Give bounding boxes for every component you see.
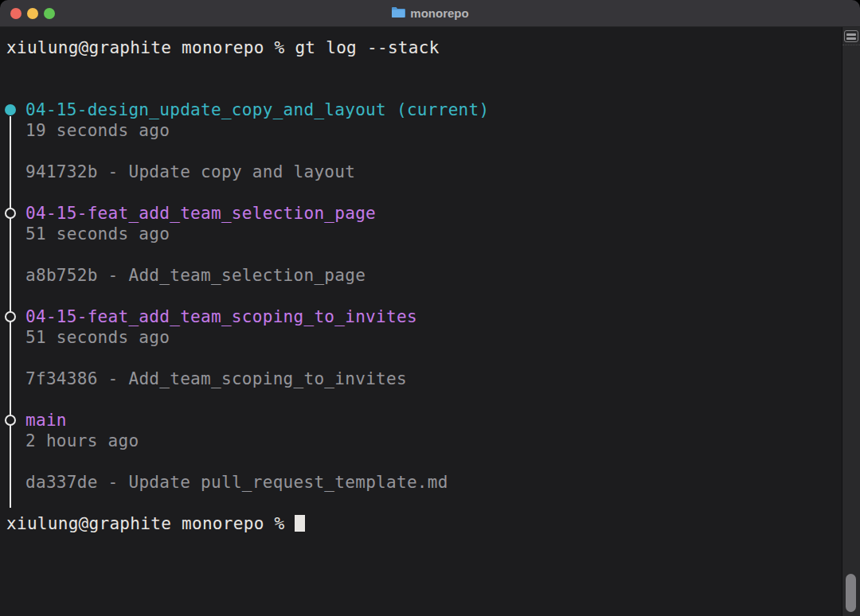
blank-line bbox=[0, 244, 860, 265]
branch-name: 04-15-design_update_copy_and_layout bbox=[25, 100, 386, 119]
zoom-button[interactable] bbox=[44, 8, 55, 19]
commit-marker-hollow-icon bbox=[5, 208, 16, 219]
window-title: monorepo bbox=[410, 6, 468, 20]
shell-command: gt log --stack bbox=[295, 38, 439, 57]
commit-message: Update copy and layout bbox=[128, 162, 355, 181]
commit-marker-hollow-icon bbox=[5, 311, 16, 322]
blank-line bbox=[0, 79, 860, 99]
terminal[interactable]: xiulung@graphite monorepo % gt log --sta… bbox=[0, 27, 860, 616]
branch-line: 04-15-feat_add_team_scoping_to_invites bbox=[0, 306, 860, 327]
scrollbar-thumb[interactable] bbox=[846, 574, 856, 612]
branch-line: main bbox=[0, 410, 860, 431]
footer-prompt-line: xiulung@graphite monorepo % bbox=[0, 513, 860, 534]
commit-line: da337de - Update pull_request_template.m… bbox=[0, 472, 860, 493]
commit-marker-hollow-icon bbox=[5, 415, 16, 426]
commit-line: a8b752b - Add_team_selection_page bbox=[0, 265, 860, 286]
commit-hash: da337de bbox=[25, 473, 98, 492]
branch-age: 51 seconds ago bbox=[0, 327, 860, 348]
blank-line bbox=[0, 141, 860, 162]
split-pane-icon-bar bbox=[846, 37, 856, 40]
blank-line bbox=[0, 58, 860, 79]
commit-line: 7f34386 - Add_team_scoping_to_invites bbox=[0, 368, 860, 389]
commit-message: Add_team_scoping_to_invites bbox=[128, 369, 406, 388]
branch-age: 51 seconds ago bbox=[0, 224, 860, 244]
branch-age: 19 seconds ago bbox=[0, 120, 860, 141]
commit-separator: - bbox=[98, 473, 129, 492]
commit-message: Add_team_selection_page bbox=[128, 266, 366, 285]
commit-marker-filled-icon bbox=[5, 104, 16, 115]
folder-icon bbox=[391, 6, 405, 21]
blank-line bbox=[0, 286, 860, 306]
terminal-window: monorepo xiulung@graphite monorepo % gt … bbox=[0, 0, 860, 616]
commit-message: Update pull_request_template.md bbox=[128, 473, 448, 492]
close-button[interactable] bbox=[10, 8, 22, 19]
branch-line: 04-15-feat_add_team_selection_page bbox=[0, 203, 860, 224]
branch-name: 04-15-feat_add_team_selection_page bbox=[25, 204, 376, 223]
terminal-cursor bbox=[295, 515, 305, 532]
blank-line bbox=[0, 348, 860, 368]
scrollbar[interactable] bbox=[842, 27, 860, 616]
blank-line bbox=[0, 451, 860, 472]
shell-prompt: xiulung@graphite monorepo % bbox=[6, 38, 295, 57]
commit-separator: - bbox=[98, 369, 129, 388]
branch-name: 04-15-feat_add_team_scoping_to_invites bbox=[25, 307, 417, 326]
commit-separator: - bbox=[98, 162, 129, 181]
shell-prompt: xiulung@graphite monorepo % bbox=[6, 514, 295, 533]
branch-name: main bbox=[25, 411, 67, 430]
blank-line bbox=[0, 389, 860, 410]
branch-age: 2 hours ago bbox=[0, 431, 860, 451]
title-group: monorepo bbox=[0, 0, 860, 26]
blank-line bbox=[0, 182, 860, 203]
commit-line: 941732b - Update copy and layout bbox=[0, 162, 860, 182]
scrollbar-separator bbox=[842, 45, 860, 45]
command-line: xiulung@graphite monorepo % gt log --sta… bbox=[0, 37, 860, 58]
window-controls bbox=[0, 8, 55, 19]
minimize-button[interactable] bbox=[27, 8, 38, 19]
blank-line bbox=[0, 493, 860, 513]
commit-hash: a8b752b bbox=[25, 266, 98, 285]
commit-hash: 941732b bbox=[25, 162, 98, 181]
titlebar[interactable]: monorepo bbox=[0, 0, 860, 27]
branch-current-badge: (current) bbox=[386, 100, 489, 119]
branch-line: 04-15-design_update_copy_and_layout (cur… bbox=[0, 99, 860, 120]
split-pane-icon-bar bbox=[846, 33, 856, 36]
commit-hash: 7f34386 bbox=[25, 369, 98, 388]
split-pane-icon[interactable] bbox=[844, 30, 858, 42]
commit-separator: - bbox=[98, 266, 129, 285]
